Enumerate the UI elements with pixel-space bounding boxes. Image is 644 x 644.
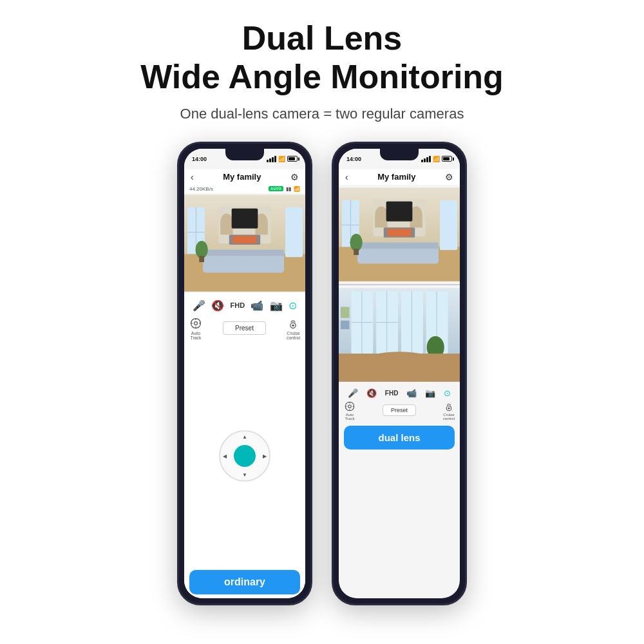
svg-rect-40	[357, 242, 439, 249]
status-icons-right: 📶	[421, 156, 452, 162]
bottom-pill-right: dual lens	[344, 426, 455, 450]
back-button-left[interactable]: ‹	[191, 172, 194, 182]
wifi-signal-left: 📶	[294, 186, 300, 192]
arrow-right-left[interactable]: ▶	[263, 453, 267, 459]
phone-left: 14:00 📶	[177, 142, 312, 605]
mute-icon-right[interactable]: 🔇	[366, 388, 377, 398]
signal-left	[267, 156, 276, 162]
nav-bar-right: ‹ My family ⚙	[339, 169, 460, 185]
svg-rect-35	[386, 201, 413, 221]
auto-track-icon-right	[344, 401, 355, 412]
svg-rect-17	[285, 207, 303, 257]
track-row-left: AutoTrack Preset Cruisecontrol	[189, 314, 300, 343]
svg-rect-63	[339, 354, 460, 382]
headline: Dual Lens Wide Angle Monitoring	[140, 19, 504, 97]
nav-title-right: My family	[377, 172, 415, 182]
nav-bar-left: ‹ My family ⚙	[184, 169, 305, 185]
battery-right	[442, 156, 452, 162]
record-icon-left[interactable]: 📹	[251, 299, 263, 312]
svg-point-67	[348, 404, 352, 408]
arrow-down-left[interactable]: ▼	[242, 472, 247, 478]
auto-track-label-right: AutoTrack	[345, 413, 355, 421]
status-time-right: 14:00	[346, 156, 361, 162]
notch-bar-right: 14:00 📶	[339, 149, 460, 169]
mic-icon-left[interactable]: 🎤	[193, 299, 205, 312]
camera-feed-right	[339, 185, 460, 384]
svg-point-19	[194, 321, 198, 325]
back-button-right[interactable]: ‹	[345, 172, 348, 182]
camera-icon-right[interactable]: 📷	[425, 388, 435, 398]
phones-row: 14:00 📶	[177, 142, 467, 605]
wifi-right: 📶	[433, 156, 440, 162]
svg-rect-65	[341, 320, 350, 329]
battery-left	[287, 156, 298, 162]
phone-right-screen: 14:00 📶	[339, 149, 460, 598]
controls-area-left: 🎤 🔇 FHD 📹 📷 ⊙	[184, 293, 305, 598]
cruise-label-right: Cruisecontrol	[443, 413, 455, 421]
phone-right: 14:00 📶	[332, 142, 467, 605]
cruise-item-left[interactable]: Cruisecontrol	[287, 317, 300, 340]
controls-area-right: 🎤 🔇 FHD 📹 📷 ⊙	[339, 384, 460, 451]
signal-right	[421, 156, 431, 162]
toolbar-strip-left: 44.20KB/s AUTO ▮▮ 📶	[184, 185, 305, 193]
svg-point-15	[195, 241, 207, 258]
auto-track-label-left: AutoTrack	[190, 331, 201, 340]
svg-rect-9	[232, 208, 258, 228]
auto-badge-left: AUTO	[269, 186, 283, 191]
mic-icon-right[interactable]: 🎤	[348, 388, 358, 398]
room-svg-right-top	[339, 185, 460, 284]
joystick-left[interactable]: ▲ ▼ ◀ ▶	[219, 430, 270, 482]
svg-point-41	[350, 234, 362, 251]
nav-title-left: My family	[223, 172, 261, 182]
icon-row-left: 🎤 🔇 FHD 📹 📷 ⊙	[189, 297, 300, 314]
mute-icon-left[interactable]: 🔇	[211, 299, 224, 312]
bottom-pill-left: ordinary	[189, 570, 300, 594]
cruise-label-left: Cruisecontrol	[287, 331, 300, 340]
page-container: Dual Lens Wide Angle Monitoring One dual…	[0, 0, 644, 644]
headline-line1: Dual Lens	[242, 19, 402, 57]
room-svg-left	[184, 193, 305, 293]
wifi-left: 📶	[278, 156, 285, 162]
fhd-label-right[interactable]: FHD	[385, 390, 399, 397]
arrow-left-left[interactable]: ◀	[223, 453, 227, 459]
fhd-label-left[interactable]: FHD	[230, 301, 245, 309]
svg-rect-6	[220, 222, 232, 234]
auto-track-icon-left	[189, 317, 202, 330]
settings-circle-right[interactable]: ⊙	[444, 388, 451, 398]
svg-rect-16	[199, 256, 204, 262]
settings-button-left[interactable]: ⚙	[290, 172, 299, 182]
icon-row-right: 🎤 🔇 FHD 📹 📷 ⊙	[344, 387, 455, 399]
preset-button-left[interactable]: Preset	[223, 321, 266, 335]
arrow-up-left[interactable]: ▲	[242, 434, 247, 440]
settings-circle-left[interactable]: ⊙	[289, 299, 297, 312]
status-icons-left: 📶	[267, 156, 298, 162]
joystick-area-left: ▲ ▼ ◀ ▶	[189, 345, 300, 567]
feed-top-right	[339, 185, 460, 284]
cruise-icon-left	[287, 317, 299, 330]
subtitle: One dual-lens camera = two regular camer…	[180, 106, 464, 122]
split-icon-left: ▮▮	[286, 186, 291, 192]
cruise-icon-right	[443, 401, 455, 412]
camera-icon-left[interactable]: 📷	[270, 299, 283, 312]
notch-left	[225, 149, 264, 160]
joystick-center-left[interactable]	[234, 445, 256, 467]
auto-track-item-right[interactable]: AutoTrack	[344, 401, 355, 421]
headline-line2: Wide Angle Monitoring	[140, 58, 504, 95]
notch-bar-left: 14:00 📶	[184, 149, 305, 169]
record-icon-right[interactable]: 📹	[406, 388, 417, 398]
auto-track-item-left[interactable]: AutoTrack	[189, 317, 202, 340]
status-time-left: 14:00	[192, 156, 207, 162]
notch-right	[380, 149, 419, 160]
cruise-item-right[interactable]: Cruisecontrol	[443, 401, 455, 421]
svg-rect-37	[388, 229, 412, 236]
camera-feed-left	[184, 193, 305, 293]
svg-rect-43	[440, 200, 457, 250]
track-row-right: AutoTrack Preset Cruisecontrol	[344, 399, 455, 422]
svg-rect-11	[233, 236, 257, 243]
settings-button-right[interactable]: ⚙	[445, 172, 453, 182]
phone-left-screen: 14:00 📶	[184, 149, 305, 598]
svg-point-25	[292, 324, 294, 326]
preset-button-right[interactable]: Preset	[383, 404, 416, 416]
svg-rect-42	[354, 249, 359, 255]
svg-rect-64	[341, 307, 350, 317]
